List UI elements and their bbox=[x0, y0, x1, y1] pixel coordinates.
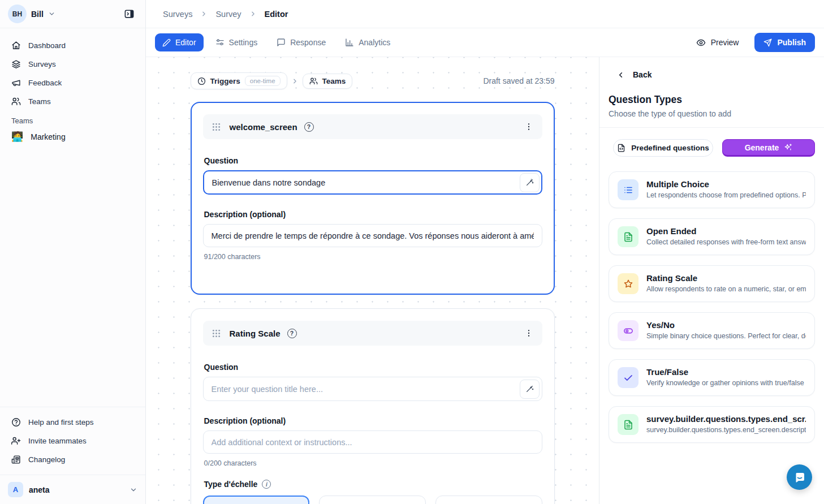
type-title: Rating Scale bbox=[646, 273, 806, 283]
question-types-panel: Back Question Types Choose the type of q… bbox=[599, 57, 824, 504]
type-title: Open Ended bbox=[646, 226, 806, 236]
sidebar-item-help[interactable]: Help and first steps bbox=[6, 413, 140, 432]
type-card-open-ended[interactable]: Open Ended Collect detailed responses wi… bbox=[609, 218, 815, 255]
tab-label: Analytics bbox=[359, 38, 390, 47]
scale-option-emoji[interactable]: 😃 Emoji bbox=[435, 496, 542, 504]
sidebar-item-label: Changelog bbox=[28, 455, 65, 464]
scale-option-numeric[interactable]: # Numeric bbox=[203, 496, 310, 504]
chat-launcher-button[interactable] bbox=[787, 464, 812, 490]
teams-section-label: Teams bbox=[0, 111, 145, 127]
publish-label: Publish bbox=[777, 38, 806, 47]
breadcrumb: Surveys Survey Editor bbox=[146, 0, 824, 28]
question-card-title: welcome_screen bbox=[230, 122, 297, 132]
type-description: Let respondents choose from predefined o… bbox=[646, 191, 806, 199]
sidebar-item-surveys[interactable]: Surveys bbox=[6, 55, 140, 74]
breadcrumb-surveys[interactable]: Surveys bbox=[163, 10, 192, 19]
type-title: Yes/No bbox=[646, 320, 806, 330]
workspace-switcher[interactable]: BH Bill bbox=[0, 0, 145, 28]
magic-wand-button[interactable] bbox=[520, 380, 540, 399]
user-plus-icon bbox=[11, 436, 21, 446]
sidebar-team-marketing[interactable]: 🧑‍💻 Marketing bbox=[0, 127, 145, 146]
generate-button[interactable]: Generate bbox=[722, 139, 815, 157]
panel-title: Question Types bbox=[599, 79, 824, 106]
panel-subtitle: Choose the type of question to add bbox=[599, 106, 824, 128]
triggers-chip[interactable]: Triggers one-time bbox=[191, 72, 287, 89]
sidebar-item-changelog[interactable]: Changelog bbox=[6, 450, 140, 469]
chevron-right-icon bbox=[291, 77, 299, 85]
sidebar-item-teams[interactable]: Teams bbox=[6, 92, 140, 111]
question-card-rating[interactable]: Rating Scale Question De bbox=[191, 308, 555, 504]
type-card-multiple-choice[interactable]: Multiple Choice Let respondents choose f… bbox=[609, 171, 815, 208]
type-card-end-screen[interactable]: survey.builder.questions.types.end_scr..… bbox=[609, 406, 815, 443]
scale-option-stars[interactable]: ⭐ Stars bbox=[319, 496, 426, 504]
question-card-title: Rating Scale bbox=[230, 329, 281, 338]
team-emoji: 🧑‍💻 bbox=[11, 132, 23, 141]
scale-type-options: # Numeric ⭐ Stars bbox=[203, 496, 542, 504]
type-card-true-false[interactable]: True/False Verify knowledge or gather op… bbox=[609, 359, 815, 396]
help-icon[interactable] bbox=[304, 122, 314, 132]
back-button[interactable]: Back bbox=[599, 57, 824, 79]
sliders-icon bbox=[215, 38, 225, 47]
survey-canvas: Triggers one-time Teams Draft saved at 2… bbox=[146, 57, 599, 504]
type-card-rating-scale[interactable]: Rating Scale Allow respondents to rate o… bbox=[609, 265, 815, 302]
tab-editor[interactable]: Editor bbox=[155, 33, 204, 51]
file-code-icon bbox=[617, 144, 625, 152]
kebab-menu-icon[interactable] bbox=[522, 120, 536, 133]
sidebar-item-invite[interactable]: Invite teammates bbox=[6, 432, 140, 450]
description-label: Description (optional) bbox=[204, 416, 541, 425]
check-icon bbox=[618, 367, 639, 388]
preview-button[interactable]: Preview bbox=[689, 33, 746, 52]
sidebar-item-label: Help and first steps bbox=[28, 418, 94, 427]
sidebar-item-label: Dashboard bbox=[28, 41, 66, 50]
sidebar-item-feedback[interactable]: Feedback bbox=[6, 74, 140, 92]
teams-chip[interactable]: Teams bbox=[303, 74, 353, 89]
question-card-welcome[interactable]: welcome_screen Question bbox=[191, 102, 555, 295]
chevron-right-icon bbox=[249, 10, 257, 18]
sidebar-item-label: Feedback bbox=[28, 79, 62, 87]
question-title-input[interactable] bbox=[203, 170, 542, 195]
preview-label: Preview bbox=[711, 38, 739, 47]
toggle-icon bbox=[618, 320, 639, 341]
magic-wand-button[interactable] bbox=[520, 173, 540, 192]
predefined-questions-button[interactable]: Predefined questions bbox=[613, 139, 713, 157]
eye-icon bbox=[696, 38, 706, 48]
tab-settings[interactable]: Settings bbox=[208, 33, 265, 51]
tab-label: Response bbox=[290, 38, 326, 47]
question-description-input[interactable] bbox=[203, 430, 542, 454]
file-text-icon bbox=[618, 226, 639, 247]
star-icon bbox=[618, 273, 639, 294]
help-icon[interactable] bbox=[287, 329, 297, 338]
info-icon[interactable] bbox=[262, 480, 271, 489]
chevron-right-icon bbox=[200, 10, 208, 18]
sidebar-item-label: Teams bbox=[28, 97, 51, 106]
kebab-menu-icon[interactable] bbox=[522, 326, 536, 340]
sidebar-collapse-button[interactable] bbox=[120, 6, 137, 23]
list-icon bbox=[618, 179, 639, 200]
sidebar-item-label: Surveys bbox=[28, 60, 56, 68]
publish-button[interactable]: Publish bbox=[754, 33, 815, 52]
account-menu[interactable]: A aneta bbox=[0, 475, 145, 504]
char-count: 91/200 characters bbox=[204, 253, 541, 261]
drag-handle-icon[interactable] bbox=[210, 327, 223, 340]
breadcrumb-survey[interactable]: Survey bbox=[215, 10, 241, 19]
type-description: Allow respondents to rate on a numeric, … bbox=[646, 285, 806, 293]
team-label: Marketing bbox=[31, 132, 65, 141]
pencil-icon bbox=[162, 38, 171, 47]
question-description-input[interactable] bbox=[203, 224, 542, 247]
type-card-yes-no[interactable]: Yes/No Simple binary choice questions. P… bbox=[609, 312, 815, 349]
drag-handle-icon[interactable] bbox=[210, 120, 223, 133]
scale-type-text: Type d'échelle bbox=[204, 480, 258, 489]
sidebar-item-dashboard[interactable]: Dashboard bbox=[6, 36, 140, 55]
file-text-icon bbox=[618, 414, 639, 435]
question-type-list: Multiple Choice Let respondents choose f… bbox=[599, 160, 824, 454]
type-description: Simple binary choice questions. Perfect … bbox=[646, 332, 806, 340]
chevron-down-icon bbox=[48, 10, 55, 18]
triggers-badge: one-time bbox=[245, 76, 281, 86]
main-area: Surveys Survey Editor Editor Settings R bbox=[146, 0, 824, 504]
question-title-input[interactable] bbox=[203, 377, 542, 401]
panel-actions: Predefined questions Generate bbox=[599, 128, 824, 160]
users-icon bbox=[309, 77, 318, 85]
tab-response[interactable]: Response bbox=[269, 33, 333, 51]
megaphone-icon bbox=[11, 78, 21, 88]
tab-analytics[interactable]: Analytics bbox=[338, 33, 398, 51]
